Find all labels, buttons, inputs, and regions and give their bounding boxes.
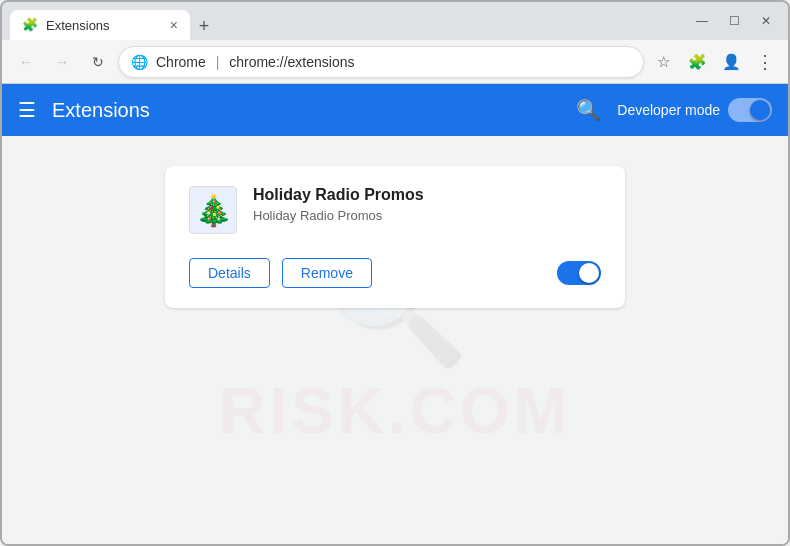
watermark-text: RISK.COM: [219, 374, 571, 448]
extensions-button[interactable]: 🧩: [682, 47, 712, 77]
tab-close-button[interactable]: ×: [170, 18, 178, 32]
active-tab[interactable]: 🧩 Extensions ×: [10, 10, 190, 40]
address-bar: ← → ↻ 🌐 Chrome | chrome://extensions ☆ 🧩…: [2, 40, 788, 84]
forward-button[interactable]: →: [46, 46, 78, 78]
extensions-content: 🔍 RISK.COM 🎄 Holiday Radio Promos Holida…: [2, 136, 788, 544]
title-bar: 🧩 Extensions × + — ☐ ✕: [2, 2, 788, 40]
browser-window: 🧩 Extensions × + — ☐ ✕ ← → ↻ 🌐 Chrome | …: [0, 0, 790, 546]
profile-button[interactable]: 👤: [716, 47, 746, 77]
url-separator: |: [216, 54, 220, 70]
extension-card: 🎄 Holiday Radio Promos Holiday Radio Pro…: [165, 166, 625, 308]
toggle-thumb: [750, 100, 770, 120]
address-input[interactable]: 🌐 Chrome | chrome://extensions: [118, 46, 644, 78]
extension-info: Holiday Radio Promos Holiday Radio Promo…: [253, 186, 601, 223]
new-tab-button[interactable]: +: [190, 12, 218, 40]
remove-button[interactable]: Remove: [282, 258, 372, 288]
tab-favicon-icon: 🧩: [22, 17, 38, 33]
search-button[interactable]: 🔍: [576, 98, 601, 122]
extension-icon: 🎄: [189, 186, 237, 234]
back-button[interactable]: ←: [10, 46, 42, 78]
extension-description: Holiday Radio Promos: [253, 208, 601, 223]
close-button[interactable]: ✕: [752, 7, 780, 35]
extensions-header: ☰ Extensions 🔍 Developer mode: [2, 84, 788, 136]
page-title: Extensions: [52, 99, 576, 122]
developer-mode-label: Developer mode: [617, 102, 720, 118]
details-button[interactable]: Details: [189, 258, 270, 288]
developer-mode-toggle[interactable]: [728, 98, 772, 122]
site-icon: 🌐: [131, 54, 148, 70]
reload-button[interactable]: ↻: [82, 46, 114, 78]
extension-card-footer: Details Remove: [189, 258, 601, 288]
hamburger-menu-button[interactable]: ☰: [18, 98, 36, 122]
bookmark-button[interactable]: ☆: [648, 47, 678, 77]
tab-strip: 🧩 Extensions × +: [10, 2, 680, 40]
extension-name: Holiday Radio Promos: [253, 186, 601, 204]
address-actions: ☆ 🧩 👤 ⋮: [648, 47, 780, 77]
browser-menu-button[interactable]: ⋮: [750, 47, 780, 77]
window-controls: — ☐ ✕: [688, 7, 780, 35]
extension-enabled-toggle[interactable]: [557, 261, 601, 285]
minimize-button[interactable]: —: [688, 7, 716, 35]
site-name: Chrome | chrome://extensions: [156, 54, 631, 70]
toggle-track: [728, 98, 772, 122]
tab-title: Extensions: [46, 18, 110, 33]
maximize-button[interactable]: ☐: [720, 7, 748, 35]
enabled-toggle-thumb: [579, 263, 599, 283]
extension-card-header: 🎄 Holiday Radio Promos Holiday Radio Pro…: [189, 186, 601, 234]
enabled-toggle-track: [557, 261, 601, 285]
